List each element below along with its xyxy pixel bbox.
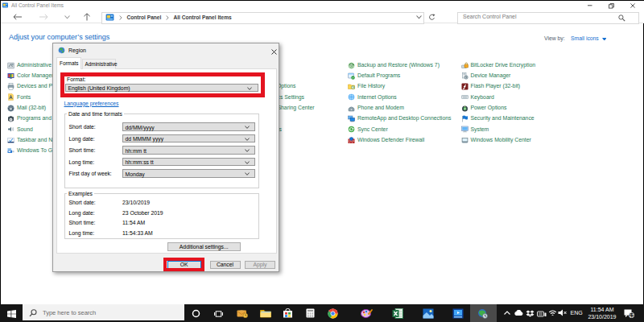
svg-text:17: 17: [630, 312, 634, 317]
